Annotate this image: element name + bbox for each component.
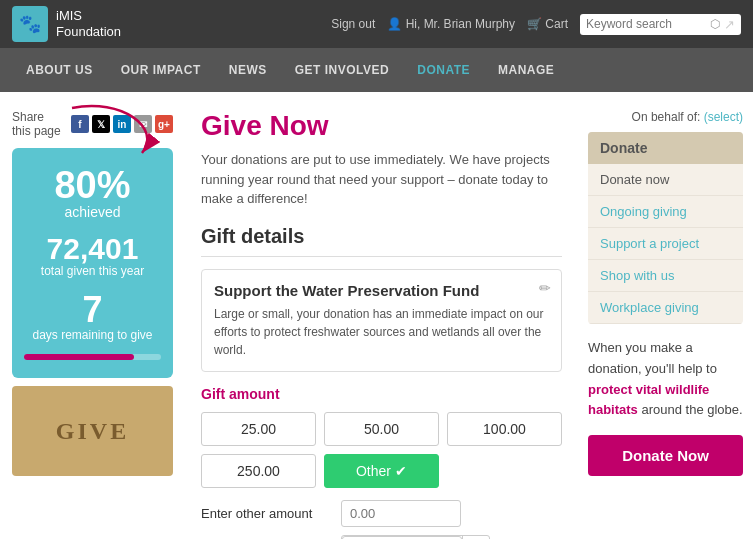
- user-icon: 👤: [387, 17, 402, 31]
- nav-news[interactable]: NEWS: [215, 48, 281, 92]
- promo-text: When you make a donation, you'll help to…: [588, 338, 743, 421]
- amount-grid: 25.00 50.00 100.00: [201, 412, 562, 446]
- signout-link[interactable]: Sign out: [331, 17, 375, 31]
- source-code-row: Source code ▼: [201, 535, 562, 540]
- cart-link[interactable]: 🛒 Cart: [527, 17, 568, 31]
- give-image: GIVE: [12, 386, 173, 476]
- other-amount-input[interactable]: [341, 500, 461, 527]
- menu-item-donate-now[interactable]: Donate now: [588, 164, 743, 196]
- share-label: Share this page: [12, 110, 66, 138]
- other-amount-button[interactable]: Other ✔: [324, 454, 439, 488]
- menu-item-ongoing-giving[interactable]: Ongoing giving: [588, 196, 743, 228]
- donate-now-button[interactable]: Donate Now: [588, 435, 743, 476]
- amount-100-button[interactable]: 100.00: [447, 412, 562, 446]
- googleplus-share-icon[interactable]: g+: [155, 115, 173, 133]
- email-share-icon[interactable]: ✉: [134, 115, 152, 133]
- progress-bar-wrap: [24, 354, 161, 360]
- linkedin-share-icon[interactable]: in: [113, 115, 131, 133]
- promo-end: around the globe.: [641, 402, 742, 417]
- left-column: Share this page f 𝕏 in ✉ g+ 80%: [0, 102, 185, 539]
- logo-area: 🐾 iMIS Foundation: [12, 6, 121, 42]
- logo-text: iMIS Foundation: [56, 8, 121, 39]
- total-stat: 72,401: [24, 234, 161, 264]
- menu-item-shop[interactable]: Shop with us: [588, 260, 743, 292]
- source-code-input[interactable]: [342, 536, 462, 540]
- top-bar: 🐾 iMIS Foundation Sign out 👤 Hi, Mr. Bri…: [0, 0, 753, 48]
- nav-donate[interactable]: DONATE: [403, 48, 484, 92]
- achieved-label: achieved: [24, 204, 161, 220]
- other-label: Other: [356, 463, 391, 479]
- gift-amount-label: Gift amount: [201, 386, 562, 402]
- select-link[interactable]: (select): [704, 110, 743, 124]
- gift-details-title: Gift details: [201, 225, 562, 257]
- page-title: Give Now: [201, 110, 562, 142]
- fund-section: ✏ Support the Water Preservation Fund La…: [201, 269, 562, 372]
- main-content: Give Now Your donations are put to use i…: [185, 102, 578, 539]
- menu-item-support-project[interactable]: Support a project: [588, 228, 743, 260]
- amount-50-button[interactable]: 50.00: [324, 412, 439, 446]
- right-column: On behalf of: (select) Donate Donate now…: [578, 102, 753, 539]
- right-menu-title: Donate: [588, 132, 743, 164]
- on-behalf-label: On behalf of:: [632, 110, 701, 124]
- logo-name: iMIS: [56, 8, 121, 24]
- nav-manage[interactable]: MANAGE: [484, 48, 568, 92]
- stats-box: 80% achieved 72,401 total given this yea…: [12, 148, 173, 378]
- amount-row2: 250.00 Other ✔: [201, 454, 562, 488]
- facebook-share-icon[interactable]: f: [71, 115, 89, 133]
- enter-other-label: Enter other amount: [201, 506, 331, 521]
- fund-desc: Large or small, your donation has an imm…: [214, 305, 549, 359]
- on-behalf-section: On behalf of: (select): [588, 110, 743, 124]
- source-input-wrap: ▼: [341, 535, 490, 540]
- external-link-icon: ↗: [724, 17, 735, 32]
- top-right-links: Sign out 👤 Hi, Mr. Brian Murphy 🛒 Cart ⬡…: [331, 14, 741, 35]
- check-icon: ✔: [395, 463, 407, 479]
- nav-bar: ABOUT US OUR IMPACT NEWS GET INVOLVED DO…: [0, 48, 753, 92]
- share-icons: f 𝕏 in ✉ g+: [71, 115, 173, 133]
- give-text: GIVE: [56, 418, 129, 445]
- logo-icon: 🐾: [12, 6, 48, 42]
- days-stat: 7: [24, 292, 161, 328]
- promo-start: When you make a donation, you'll help to: [588, 340, 717, 376]
- fund-title: Support the Water Preservation Fund: [214, 282, 549, 299]
- edit-icon[interactable]: ✏: [539, 280, 551, 296]
- cart-icon: 🛒: [527, 17, 542, 31]
- intro-text: Your donations are put to use immediatel…: [201, 150, 562, 209]
- enter-other-row: Enter other amount: [201, 500, 562, 527]
- nav-get-involved[interactable]: GET INVOLVED: [281, 48, 403, 92]
- days-label: days remaining to give: [24, 328, 161, 342]
- user-link[interactable]: 👤 Hi, Mr. Brian Murphy: [387, 17, 515, 31]
- percent-stat: 80%: [24, 166, 161, 204]
- right-menu: Donate Donate now Ongoing giving Support…: [588, 132, 743, 324]
- search-input[interactable]: [586, 17, 706, 31]
- search-box[interactable]: ⬡ ↗: [580, 14, 741, 35]
- content-wrap: Share this page f 𝕏 in ✉ g+ 80%: [0, 92, 753, 539]
- amount-250-button[interactable]: 250.00: [201, 454, 316, 488]
- progress-bar-fill: [24, 354, 134, 360]
- logo-subname: Foundation: [56, 24, 121, 40]
- search-icon: ⬡: [710, 17, 720, 31]
- twitter-share-icon[interactable]: 𝕏: [92, 115, 110, 133]
- total-label: total given this year: [24, 264, 161, 278]
- share-bar: Share this page f 𝕏 in ✉ g+: [12, 110, 173, 138]
- nav-our-impact[interactable]: OUR IMPACT: [107, 48, 215, 92]
- nav-about-us[interactable]: ABOUT US: [12, 48, 107, 92]
- menu-item-workplace-giving[interactable]: Workplace giving: [588, 292, 743, 324]
- amount-25-button[interactable]: 25.00: [201, 412, 316, 446]
